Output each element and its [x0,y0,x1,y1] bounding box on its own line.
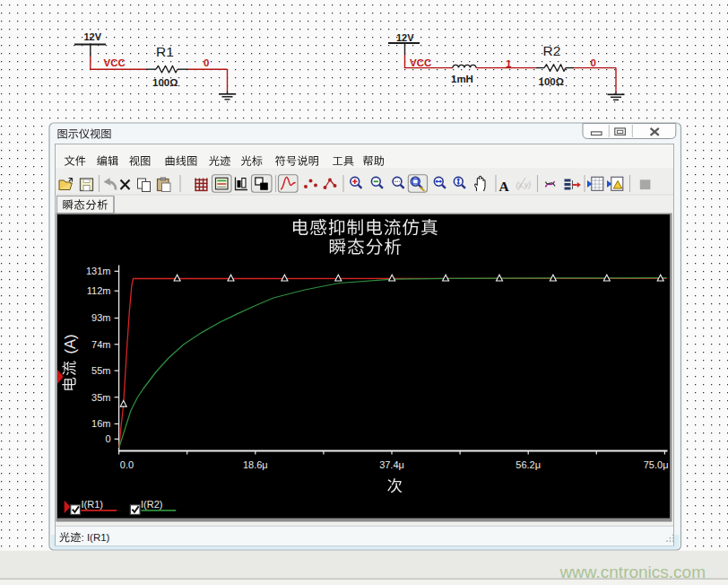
svg-text:35m: 35m [91,392,110,403]
svg-text:VCC: VCC [104,57,126,68]
svg-text:: I(R1): : I(R1) [82,532,110,543]
svg-text:0: 0 [591,57,596,68]
svg-text:1: 1 [506,58,512,69]
svg-text:131m: 131m [86,266,111,276]
svg-text:112m: 112m [87,285,111,296]
svg-text:0: 0 [204,57,209,68]
svg-text:55m: 55m [91,365,110,376]
svg-text:93m: 93m [91,312,110,323]
svg-text:1mH: 1mH [451,74,473,84]
svg-text:12V: 12V [84,31,102,42]
svg-text:0: 0 [105,433,110,444]
svg-text:100Ω: 100Ω [152,77,178,88]
svg-text:74m: 74m [91,339,110,350]
svg-text:R2: R2 [543,43,561,58]
svg-text:37.4μ: 37.4μ [379,459,404,470]
svg-text:75.0μ: 75.0μ [644,459,669,470]
svg-text:12V: 12V [396,32,414,43]
svg-text:VCC: VCC [410,57,431,68]
svg-text:18.6μ: 18.6μ [243,459,268,470]
svg-text:www.cntronics.com: www.cntronics.com [559,563,706,581]
svg-text:16m: 16m [91,418,110,429]
svg-text:R1: R1 [156,44,174,59]
svg-text:0.0: 0.0 [120,459,134,470]
svg-text:I(R2): I(R2) [141,499,162,510]
svg-text:A: A [499,179,510,194]
svg-text:(A): (A) [62,335,78,354]
svg-text:I(R1): I(R1) [82,499,103,510]
svg-text:56.2μ: 56.2μ [516,459,541,470]
svg-text:100Ω: 100Ω [539,76,564,87]
